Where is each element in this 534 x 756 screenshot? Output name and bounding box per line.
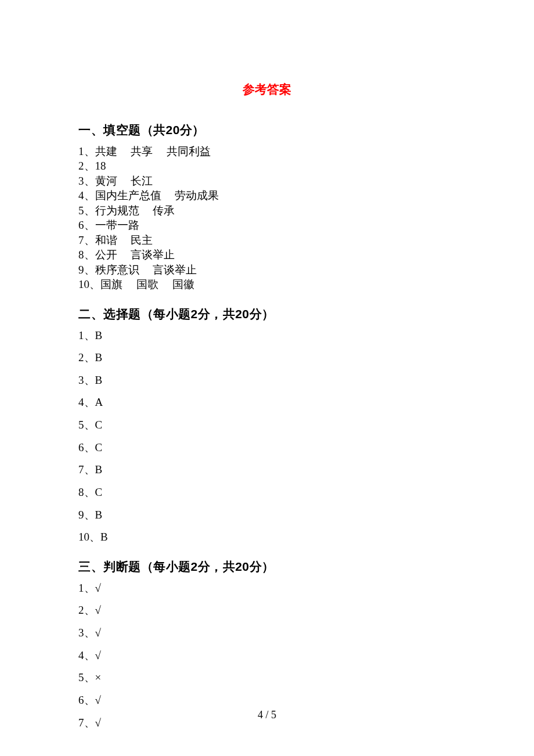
answer-item: 3、B [78, 373, 456, 387]
answer-item: 3、黄河 长江 [78, 174, 456, 188]
answer-item: 5、行为规范 传承 [78, 203, 456, 218]
answer-item: 2、√ [78, 603, 456, 617]
answer-item: 9、B [78, 507, 456, 522]
answer-item: 1、√ [78, 581, 456, 595]
answer-item: 6、C [78, 440, 456, 455]
answer-item: 5、× [78, 670, 456, 685]
answer-item: 7、B [78, 462, 456, 477]
section-true-false: 三、判断题（每小题2分，共20分） 1、√ 2、√ 3、√ 4、√ 5、× 6、… [78, 559, 456, 730]
answer-item: 4、A [78, 395, 456, 409]
answer-item: 6、√ [78, 693, 456, 707]
answer-item: 2、B [78, 350, 456, 365]
document-page: 参考答案 一、填空题（共20分） 1、共建 共享 共同利益 2、18 3、黄河 … [0, 0, 534, 730]
section-heading: 二、选择题（每小题2分，共20分） [78, 306, 456, 322]
answer-item: 6、一带一路 [78, 218, 456, 232]
answer-item: 2、18 [78, 159, 456, 173]
answer-item: 5、C [78, 417, 456, 432]
section-heading: 三、判断题（每小题2分，共20分） [78, 559, 456, 575]
section-fill-blank: 一、填空题（共20分） 1、共建 共享 共同利益 2、18 3、黄河 长江 4、… [78, 122, 456, 292]
section-multiple-choice: 二、选择题（每小题2分，共20分） 1、B 2、B 3、B 4、A 5、C 6、… [78, 306, 456, 545]
page-title: 参考答案 [78, 81, 456, 98]
answer-item: 8、C [78, 485, 456, 499]
page-number: 4 / 5 [0, 709, 534, 721]
answer-item: 7、和谐 民主 [78, 233, 456, 247]
answer-item: 1、共建 共享 共同利益 [78, 144, 456, 159]
answer-item: 8、公开 言谈举止 [78, 247, 456, 262]
answer-item: 4、国内生产总值 劳动成果 [78, 188, 456, 203]
answer-item: 4、√ [78, 648, 456, 663]
answer-item: 10、B [78, 530, 456, 544]
section-heading: 一、填空题（共20分） [78, 122, 456, 138]
answer-item: 10、国旗 国歌 国徽 [78, 277, 456, 291]
answer-item: 3、√ [78, 625, 456, 640]
answer-item: 9、秩序意识 言谈举止 [78, 262, 456, 277]
answer-item: 1、B [78, 328, 456, 343]
